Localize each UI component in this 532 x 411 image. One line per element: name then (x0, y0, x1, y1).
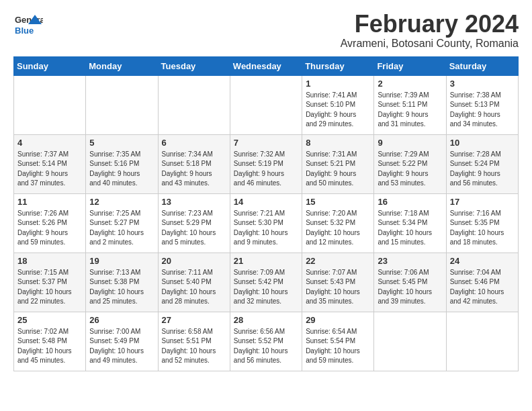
day-info: Sunrise: 7:34 AM Sunset: 5:18 PM Dayligh… (162, 150, 226, 189)
calendar-row: 18Sunrise: 7:15 AM Sunset: 5:37 PM Dayli… (14, 253, 519, 312)
header-sunday: Sunday (14, 56, 86, 75)
header-monday: Monday (86, 56, 158, 75)
day-info: Sunrise: 7:18 AM Sunset: 5:34 PM Dayligh… (378, 209, 442, 248)
calendar-cell: 22Sunrise: 7:07 AM Sunset: 5:43 PM Dayli… (302, 253, 374, 312)
day-number: 29 (306, 315, 370, 325)
header-tuesday: Tuesday (158, 56, 230, 75)
day-info: Sunrise: 6:54 AM Sunset: 5:54 PM Dayligh… (306, 327, 370, 366)
calendar-cell: 27Sunrise: 6:58 AM Sunset: 5:51 PM Dayli… (158, 312, 230, 371)
calendar-cell: 28Sunrise: 6:56 AM Sunset: 5:52 PM Dayli… (230, 312, 302, 371)
day-number: 5 (89, 138, 154, 148)
day-info: Sunrise: 7:23 AM Sunset: 5:29 PM Dayligh… (162, 209, 226, 248)
day-info: Sunrise: 7:07 AM Sunset: 5:43 PM Dayligh… (306, 268, 370, 307)
day-number: 13 (162, 197, 226, 207)
calendar-cell: 20Sunrise: 7:11 AM Sunset: 5:40 PM Dayli… (158, 253, 230, 312)
month-title: February 2024 (341, 11, 519, 38)
day-number: 1 (306, 79, 370, 89)
calendar-row: 25Sunrise: 7:02 AM Sunset: 5:48 PM Dayli… (14, 312, 519, 371)
calendar-cell: 21Sunrise: 7:09 AM Sunset: 5:42 PM Dayli… (230, 253, 302, 312)
calendar-cell: 8Sunrise: 7:31 AM Sunset: 5:21 PM Daylig… (302, 134, 374, 193)
day-info: Sunrise: 7:38 AM Sunset: 5:13 PM Dayligh… (450, 91, 515, 130)
calendar-cell: 10Sunrise: 7:28 AM Sunset: 5:24 PM Dayli… (446, 134, 518, 193)
day-number: 11 (17, 197, 82, 207)
day-number: 2 (378, 79, 442, 89)
day-number: 28 (234, 315, 298, 325)
day-number: 3 (450, 79, 515, 89)
calendar-header: Sunday Monday Tuesday Wednesday Thursday… (14, 56, 519, 75)
calendar-cell: 5Sunrise: 7:35 AM Sunset: 5:16 PM Daylig… (86, 134, 158, 193)
svg-text:Blue: Blue (15, 26, 34, 36)
calendar-cell: 18Sunrise: 7:15 AM Sunset: 5:37 PM Dayli… (14, 253, 86, 312)
calendar-cell: 29Sunrise: 6:54 AM Sunset: 5:54 PM Dayli… (302, 312, 374, 371)
day-number: 6 (162, 138, 226, 148)
day-info: Sunrise: 7:37 AM Sunset: 5:14 PM Dayligh… (17, 150, 82, 189)
day-number: 19 (89, 256, 154, 266)
day-info: Sunrise: 7:02 AM Sunset: 5:48 PM Dayligh… (17, 327, 82, 366)
day-number: 14 (234, 197, 298, 207)
day-info: Sunrise: 7:00 AM Sunset: 5:49 PM Dayligh… (89, 327, 154, 366)
day-info: Sunrise: 6:56 AM Sunset: 5:52 PM Dayligh… (234, 327, 298, 366)
day-info: Sunrise: 7:32 AM Sunset: 5:19 PM Dayligh… (234, 150, 298, 189)
day-info: Sunrise: 7:41 AM Sunset: 5:10 PM Dayligh… (306, 91, 370, 130)
day-number: 4 (17, 138, 82, 148)
day-number: 22 (306, 256, 370, 266)
header-saturday: Saturday (446, 56, 518, 75)
day-info: Sunrise: 7:25 AM Sunset: 5:27 PM Dayligh… (89, 209, 154, 248)
calendar-row: 1Sunrise: 7:41 AM Sunset: 5:10 PM Daylig… (14, 75, 519, 134)
calendar-cell (230, 75, 302, 134)
day-info: Sunrise: 7:06 AM Sunset: 5:45 PM Dayligh… (378, 268, 442, 307)
day-info: Sunrise: 7:35 AM Sunset: 5:16 PM Dayligh… (89, 150, 154, 189)
calendar-body: 1Sunrise: 7:41 AM Sunset: 5:10 PM Daylig… (14, 75, 519, 371)
calendar-cell (446, 312, 518, 371)
day-info: Sunrise: 7:20 AM Sunset: 5:32 PM Dayligh… (306, 209, 370, 248)
logo-svg: General Blue (13, 11, 43, 40)
day-number: 9 (378, 138, 442, 148)
day-info: Sunrise: 7:11 AM Sunset: 5:40 PM Dayligh… (162, 268, 226, 307)
header-wednesday: Wednesday (230, 56, 302, 75)
day-number: 20 (162, 256, 226, 266)
day-number: 25 (17, 315, 82, 325)
day-info: Sunrise: 7:04 AM Sunset: 5:46 PM Dayligh… (450, 268, 515, 307)
day-number: 7 (234, 138, 298, 148)
calendar-cell (14, 75, 86, 134)
calendar-cell: 17Sunrise: 7:16 AM Sunset: 5:35 PM Dayli… (446, 193, 518, 253)
calendar-cell: 6Sunrise: 7:34 AM Sunset: 5:18 PM Daylig… (158, 134, 230, 193)
logo: General Blue (13, 11, 43, 40)
day-number: 17 (450, 197, 515, 207)
day-info: Sunrise: 7:16 AM Sunset: 5:35 PM Dayligh… (450, 209, 515, 248)
title-area: February 2024 Avrameni, Botosani County,… (341, 11, 519, 50)
calendar-cell: 26Sunrise: 7:00 AM Sunset: 5:49 PM Dayli… (86, 312, 158, 371)
day-info: Sunrise: 7:26 AM Sunset: 5:26 PM Dayligh… (17, 209, 82, 248)
day-number: 8 (306, 138, 370, 148)
day-number: 10 (450, 138, 515, 148)
header-friday: Friday (374, 56, 446, 75)
calendar-cell: 4Sunrise: 7:37 AM Sunset: 5:14 PM Daylig… (14, 134, 86, 193)
header-row: Sunday Monday Tuesday Wednesday Thursday… (14, 56, 519, 75)
day-info: Sunrise: 7:15 AM Sunset: 5:37 PM Dayligh… (17, 268, 82, 307)
calendar-cell: 7Sunrise: 7:32 AM Sunset: 5:19 PM Daylig… (230, 134, 302, 193)
calendar-cell: 1Sunrise: 7:41 AM Sunset: 5:10 PM Daylig… (302, 75, 374, 134)
calendar-cell: 12Sunrise: 7:25 AM Sunset: 5:27 PM Dayli… (86, 193, 158, 253)
calendar-cell: 23Sunrise: 7:06 AM Sunset: 5:45 PM Dayli… (374, 253, 446, 312)
day-info: Sunrise: 7:28 AM Sunset: 5:24 PM Dayligh… (450, 150, 515, 189)
calendar-cell: 9Sunrise: 7:29 AM Sunset: 5:22 PM Daylig… (374, 134, 446, 193)
calendar-cell: 13Sunrise: 7:23 AM Sunset: 5:29 PM Dayli… (158, 193, 230, 253)
calendar-cell (158, 75, 230, 134)
calendar-row: 11Sunrise: 7:26 AM Sunset: 5:26 PM Dayli… (14, 193, 519, 253)
day-number: 27 (162, 315, 226, 325)
location-title: Avrameni, Botosani County, Romania (341, 38, 519, 50)
day-info: Sunrise: 7:21 AM Sunset: 5:30 PM Dayligh… (234, 209, 298, 248)
day-number: 16 (378, 197, 442, 207)
day-number: 21 (234, 256, 298, 266)
calendar-cell: 11Sunrise: 7:26 AM Sunset: 5:26 PM Dayli… (14, 193, 86, 253)
calendar-cell: 2Sunrise: 7:39 AM Sunset: 5:11 PM Daylig… (374, 75, 446, 134)
day-info: Sunrise: 7:09 AM Sunset: 5:42 PM Dayligh… (234, 268, 298, 307)
calendar-row: 4Sunrise: 7:37 AM Sunset: 5:14 PM Daylig… (14, 134, 519, 193)
day-number: 12 (89, 197, 154, 207)
header-thursday: Thursday (302, 56, 374, 75)
calendar-cell (374, 312, 446, 371)
day-number: 26 (89, 315, 154, 325)
day-number: 23 (378, 256, 442, 266)
day-info: Sunrise: 6:58 AM Sunset: 5:51 PM Dayligh… (162, 327, 226, 366)
day-number: 18 (17, 256, 82, 266)
